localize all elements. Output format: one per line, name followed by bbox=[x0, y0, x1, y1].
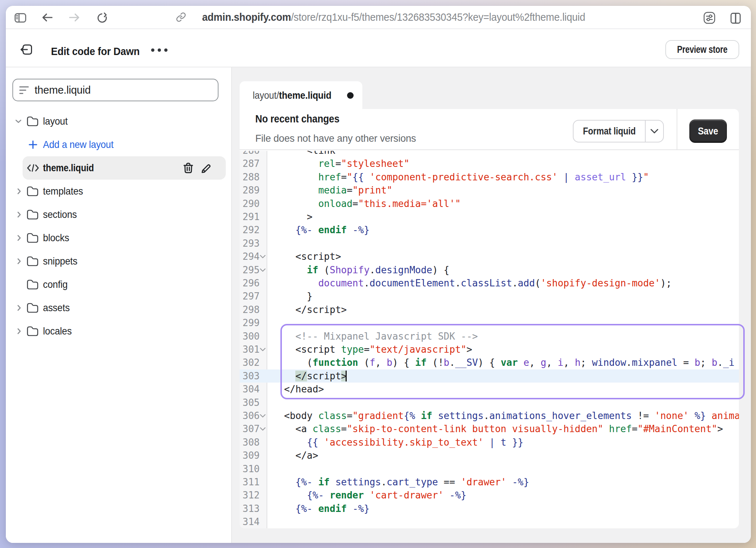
line-number: 300 bbox=[240, 330, 260, 343]
code-line-309[interactable]: 309 </a> bbox=[240, 449, 739, 462]
code-line-314[interactable]: 314 bbox=[240, 515, 739, 528]
line-number: 304 bbox=[240, 383, 260, 396]
folder-icon bbox=[27, 257, 38, 266]
sidebar-item-theme-liquid[interactable]: theme.liquid bbox=[6, 156, 232, 180]
fold-chevron-icon[interactable] bbox=[260, 348, 266, 352]
code-line-307[interactable]: 307 <a class="skip-to-content-link butto… bbox=[240, 422, 739, 435]
folder-icon bbox=[27, 117, 38, 126]
app-header: Edit code for Dawn Preview store bbox=[6, 29, 751, 67]
reload-icon[interactable] bbox=[97, 12, 109, 24]
code-line-290[interactable]: 290 onload="this.media='all'" bbox=[240, 197, 739, 210]
sidebar-item-add-a-new-layout[interactable]: Add a new layout bbox=[6, 133, 232, 156]
line-number: 289 bbox=[240, 184, 260, 197]
sidebar-item-templates[interactable]: templates bbox=[6, 180, 232, 203]
code-line-294[interactable]: 294 <script> bbox=[240, 250, 739, 263]
code-line-308[interactable]: 308 {{ 'accessibility.skip_to_text' | t … bbox=[240, 436, 739, 449]
code-line-313[interactable]: 313 {%- endif -%} bbox=[240, 502, 739, 515]
code-line-292[interactable]: 292 {%- endif -%} bbox=[240, 223, 739, 236]
code-line-301[interactable]: 301 <script type="text/javascript"> bbox=[240, 343, 739, 356]
split-view-icon[interactable] bbox=[731, 13, 741, 24]
chevron-down-icon bbox=[15, 120, 21, 124]
code-line-305[interactable]: 305 bbox=[240, 396, 739, 409]
fold-chevron-icon[interactable] bbox=[260, 414, 266, 418]
chevron-right-icon[interactable] bbox=[17, 188, 21, 195]
sidebar-item-sections[interactable]: sections bbox=[6, 203, 232, 226]
code-line-287[interactable]: 287 rel="stylesheet" bbox=[240, 157, 739, 170]
chevron-right-icon[interactable] bbox=[17, 305, 21, 311]
folder-icon bbox=[27, 257, 38, 266]
sidebar-item-locales[interactable]: locales bbox=[6, 320, 232, 343]
code-line-303[interactable]: 303 </script> bbox=[240, 369, 739, 383]
save-button[interactable]: Save bbox=[689, 120, 727, 143]
code-line-289[interactable]: 289 media="print" bbox=[240, 184, 739, 197]
sidebar-item-assets[interactable]: assets bbox=[6, 296, 232, 320]
code-line-306[interactable]: 306<body class="gradient{% if settings.a… bbox=[240, 409, 739, 422]
code-line-296[interactable]: 296 document.documentElement.classList.a… bbox=[240, 277, 739, 290]
fold-chevron-icon[interactable] bbox=[260, 268, 266, 272]
preview-store-button[interactable]: Preview store bbox=[665, 40, 739, 59]
url-bar[interactable]: admin.shopify.com/store/rzq1xu-f5/themes… bbox=[176, 6, 622, 28]
sidebar-item-snippets[interactable]: snippets bbox=[6, 250, 232, 273]
preview-store-label: Preview store bbox=[677, 44, 727, 55]
chevron-right-icon bbox=[17, 328, 21, 334]
editor-panel: No recent changes File does not have any… bbox=[240, 109, 739, 528]
code-line-286[interactable]: 286 <link bbox=[240, 151, 739, 157]
code-line-295[interactable]: 295 if (Shopify.designMode) { bbox=[240, 263, 739, 277]
code-line-288[interactable]: 288 href="{{ 'component-predictive-searc… bbox=[240, 171, 739, 184]
code-editor[interactable]: 286 <link287 rel="stylesheet"288 href="{… bbox=[240, 151, 739, 528]
sidebar-item-label: sections bbox=[43, 209, 77, 220]
code-line-297[interactable]: 297 } bbox=[240, 290, 739, 303]
file-search-input[interactable]: theme.liquid bbox=[12, 79, 218, 101]
editor-header: No recent changes File does not have any… bbox=[240, 109, 739, 150]
line-number: 314 bbox=[240, 515, 260, 528]
line-number: 298 bbox=[240, 303, 260, 316]
code-line-298[interactable]: 298 </script> bbox=[240, 303, 739, 316]
header-divider bbox=[677, 109, 677, 150]
page-settings-icon[interactable] bbox=[704, 12, 715, 24]
chevron-right-icon[interactable] bbox=[17, 258, 21, 265]
forward-icon[interactable] bbox=[69, 13, 79, 21]
line-number: 292 bbox=[240, 223, 260, 236]
more-options-button[interactable] bbox=[151, 31, 168, 69]
chevron-right-icon[interactable] bbox=[17, 212, 21, 218]
code-line-293[interactable]: 293 bbox=[240, 237, 739, 250]
folder-icon bbox=[27, 280, 38, 290]
chevron-down-icon[interactable] bbox=[15, 120, 21, 124]
code-line-312[interactable]: 312 {%- render 'cart-drawer' -%} bbox=[240, 489, 739, 502]
code-line-311[interactable]: 311 {%- if settings.cart_type == 'drawer… bbox=[240, 475, 739, 489]
sidebar-item-blocks[interactable]: blocks bbox=[6, 226, 232, 250]
delete-file-button[interactable] bbox=[183, 162, 193, 174]
chevron-right-icon[interactable] bbox=[17, 235, 21, 241]
line-number: 290 bbox=[240, 197, 260, 210]
sidebar-item-label: snippets bbox=[43, 255, 77, 267]
sidebar-item-label: Add a new layout bbox=[43, 139, 114, 150]
line-number: 308 bbox=[240, 436, 260, 449]
format-liquid-caret-button[interactable] bbox=[646, 121, 663, 142]
line-number: 287 bbox=[240, 157, 260, 170]
chevron-right-icon[interactable] bbox=[17, 328, 21, 334]
sidebar-toggle-icon[interactable] bbox=[15, 13, 26, 23]
code-line-300[interactable]: 300 <!-- Mixpanel Javascript SDK --> bbox=[240, 330, 739, 343]
sidebar-item-label: config bbox=[43, 279, 68, 290]
fold-chevron-icon[interactable] bbox=[260, 427, 266, 431]
page-title: Edit code for Dawn bbox=[51, 32, 149, 70]
code-line-302[interactable]: 302 (function (f, b) { if (!b.__SV) { va… bbox=[240, 356, 739, 369]
sidebar-item-layout[interactable]: layout bbox=[6, 110, 232, 133]
line-number: 313 bbox=[240, 502, 260, 515]
fold-chevron-icon[interactable] bbox=[260, 255, 266, 259]
code-line-299[interactable]: 299 bbox=[240, 316, 739, 329]
sidebar-item-config[interactable]: config bbox=[6, 273, 232, 296]
line-number: 302 bbox=[240, 356, 260, 369]
rename-file-button[interactable] bbox=[201, 163, 211, 173]
format-liquid-label: Format liquid bbox=[583, 126, 636, 137]
code-line-310[interactable]: 310 bbox=[240, 462, 739, 475]
back-icon[interactable] bbox=[42, 13, 52, 21]
folder-icon bbox=[27, 187, 38, 196]
format-liquid-button[interactable]: Format liquid bbox=[574, 121, 646, 142]
exit-icon[interactable] bbox=[20, 44, 32, 55]
line-number: 312 bbox=[240, 489, 260, 502]
line-number: 310 bbox=[240, 462, 260, 475]
code-line-291[interactable]: 291 > bbox=[240, 210, 739, 223]
tab-theme-liquid[interactable]: layout/theme.liquid bbox=[240, 81, 362, 110]
code-line-304[interactable]: 304</head> bbox=[240, 383, 739, 396]
